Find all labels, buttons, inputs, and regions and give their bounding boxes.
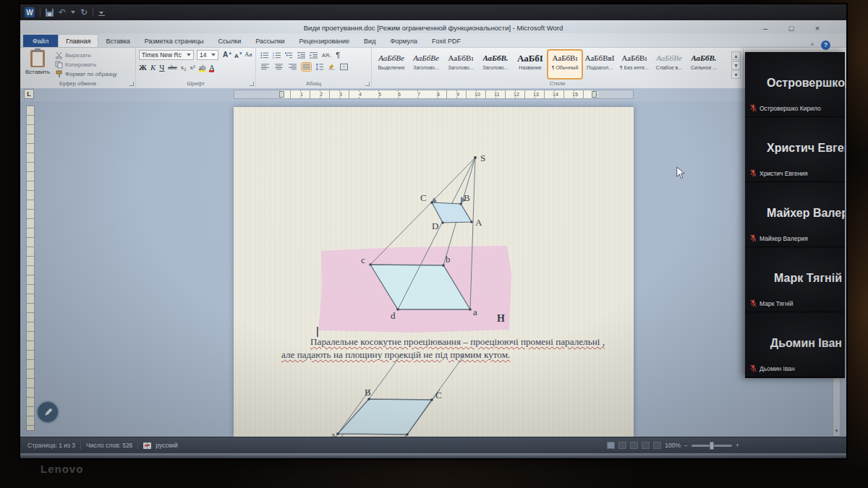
style-card-selected[interactable]: АаБбВı¶ Обычный bbox=[548, 51, 582, 78]
sort-icon[interactable]: АЯ↓ bbox=[322, 53, 331, 58]
tab-file[interactable]: Файл bbox=[23, 35, 58, 47]
view-draft-button[interactable] bbox=[653, 442, 661, 449]
tab-stop-selector[interactable]: L bbox=[24, 89, 34, 99]
tab-review[interactable]: Рецензирование bbox=[292, 35, 357, 47]
cut-button[interactable]: Вырезать bbox=[55, 51, 117, 60]
minimize-button[interactable]: – bbox=[758, 23, 773, 35]
page-indicator[interactable]: Страница: 1 из 3 bbox=[27, 442, 75, 449]
word-count[interactable]: Число слов: 526 bbox=[86, 442, 132, 449]
multilevel-list-icon[interactable] bbox=[285, 51, 293, 59]
superscript-button[interactable]: x² bbox=[190, 64, 195, 71]
view-fullscreen-button[interactable] bbox=[618, 442, 626, 449]
shading-icon[interactable] bbox=[328, 63, 336, 71]
horizontal-ruler[interactable]: 1 2 3 4 5 6 7 8 9 10 11 12 13 14 15 16 bbox=[234, 90, 634, 99]
tab-mailings[interactable]: Рассылки bbox=[248, 35, 292, 47]
collapse-ribbon-icon[interactable]: ^ bbox=[811, 42, 814, 49]
paste-button[interactable]: Вставить bbox=[22, 50, 53, 83]
annotation-pencil-button[interactable] bbox=[36, 401, 59, 424]
tab-home[interactable]: Главная bbox=[58, 34, 98, 47]
participant-tile[interactable]: Майхер Валерия Майхер Валерия bbox=[745, 182, 845, 247]
tab-foxit-pdf[interactable]: Foxit PDF bbox=[425, 35, 468, 47]
participant-tile[interactable]: Христич Евгения Христич Евгения bbox=[745, 117, 845, 182]
style-card[interactable]: АаБбВеСлабое в... bbox=[652, 51, 686, 78]
save-icon[interactable] bbox=[46, 9, 54, 17]
highlight-color-button[interactable]: ab bbox=[199, 64, 205, 72]
tab-formula[interactable]: Формула bbox=[383, 35, 425, 47]
subscript-button[interactable]: x₂ bbox=[181, 64, 187, 71]
participant-tile[interactable]: Островершко Кирило Островершко Кирило bbox=[745, 52, 845, 117]
style-card[interactable]: АаБбІНазвание bbox=[514, 51, 547, 78]
font-name-select[interactable]: Times New Rc bbox=[139, 50, 194, 60]
document-page[interactable]: S C B A D c b a d H bbox=[234, 107, 634, 437]
underline-button[interactable]: Ч bbox=[159, 63, 164, 72]
align-center-icon[interactable] bbox=[274, 63, 284, 71]
style-card[interactable]: АаБбВı¶ Без инте... bbox=[618, 51, 651, 78]
numbering-icon[interactable] bbox=[273, 51, 281, 59]
strikethrough-button[interactable]: abc bbox=[168, 64, 177, 71]
participant-tile[interactable]: Марк Тягній Марк Тягній bbox=[745, 247, 845, 312]
participant-tile[interactable]: Дьомин Іван Дьомин Іван bbox=[745, 312, 845, 377]
redo-icon[interactable]: ↻ bbox=[80, 8, 88, 17]
restore-button[interactable]: □ bbox=[784, 23, 799, 35]
format-painter-button[interactable]: Формат по образцу bbox=[55, 69, 117, 79]
undo-dropdown-icon[interactable] bbox=[71, 11, 75, 14]
increase-indent-icon[interactable] bbox=[310, 51, 318, 59]
view-web-button[interactable] bbox=[630, 442, 638, 449]
style-card[interactable]: АаБбВ.Заголово... bbox=[479, 51, 512, 78]
zoom-in-icon[interactable]: + bbox=[736, 442, 739, 449]
spellcheck-icon[interactable] bbox=[143, 442, 151, 449]
indent-marker[interactable] bbox=[279, 91, 284, 98]
dialog-launcher-icon[interactable] bbox=[129, 82, 134, 86]
font-color-button[interactable]: А bbox=[209, 64, 214, 72]
tab-view[interactable]: Вид bbox=[357, 35, 383, 47]
vertical-ruler[interactable] bbox=[26, 106, 35, 431]
dialog-launcher-icon[interactable] bbox=[365, 82, 370, 86]
style-card[interactable]: АаБбВвІПодзагол... bbox=[583, 51, 616, 78]
bold-button[interactable]: Ж bbox=[139, 63, 147, 72]
language-indicator[interactable]: русский bbox=[156, 442, 178, 449]
pilcrow-icon[interactable]: ¶ bbox=[336, 51, 340, 59]
style-card[interactable]: АаБбВ.Сильное ... bbox=[687, 51, 720, 78]
style-card[interactable]: АаБбВеВыделение bbox=[375, 51, 408, 78]
italic-button[interactable]: К bbox=[150, 63, 156, 72]
customize-qat-icon[interactable] bbox=[98, 9, 105, 16]
zoom-slider-thumb[interactable] bbox=[710, 442, 714, 450]
copy-button[interactable]: Копировать bbox=[55, 60, 117, 69]
view-outline-button[interactable] bbox=[642, 442, 650, 449]
bullets-icon[interactable] bbox=[260, 51, 268, 59]
group-label: Абзац bbox=[256, 80, 371, 87]
paragraph[interactable]: Паралельне косокутне проеціювання – прое… bbox=[281, 335, 620, 361]
style-card[interactable]: АаБбВıЗаголово... bbox=[444, 51, 477, 78]
grow-font-button[interactable]: А▲ bbox=[223, 51, 232, 59]
styles-scrollbar[interactable]: ▲ ▼ ▼ bbox=[731, 51, 741, 80]
close-button[interactable]: × bbox=[810, 23, 825, 35]
video-call-sidebar: Островершко Кирило Островершко Кирило Хр… bbox=[745, 52, 845, 378]
align-right-icon[interactable] bbox=[288, 63, 297, 71]
shrink-font-button[interactable]: А▼ bbox=[234, 51, 243, 59]
zoom-level[interactable]: 100% bbox=[665, 442, 681, 449]
view-print-layout-button[interactable] bbox=[607, 442, 615, 449]
borders-icon[interactable] bbox=[340, 63, 348, 71]
zoom-slider[interactable] bbox=[692, 445, 732, 447]
help-button[interactable]: ? bbox=[821, 40, 830, 50]
line-spacing-icon[interactable] bbox=[315, 63, 323, 71]
decrease-indent-icon[interactable] bbox=[297, 51, 305, 59]
dialog-launcher-icon[interactable] bbox=[250, 82, 254, 86]
document-area: S C B A D c b a d H bbox=[20, 101, 846, 437]
right-indent-marker[interactable] bbox=[592, 91, 597, 98]
tab-references[interactable]: Ссылки bbox=[211, 35, 249, 47]
justify-icon[interactable] bbox=[302, 63, 311, 71]
zoom-out-icon[interactable]: − bbox=[684, 442, 688, 449]
tab-insert[interactable]: Вставка bbox=[98, 35, 137, 47]
word-app-icon[interactable]: W bbox=[25, 7, 35, 17]
mouse-cursor bbox=[676, 166, 686, 179]
label-A: A bbox=[475, 217, 482, 228]
tab-page-layout[interactable]: Разметка страницы bbox=[137, 35, 211, 47]
undo-icon[interactable]: ↶ bbox=[59, 8, 66, 17]
style-card[interactable]: АаБбВеЗаголово... bbox=[409, 51, 443, 78]
change-case-button[interactable]: Аа bbox=[244, 51, 252, 58]
font-size-select[interactable]: 14 bbox=[197, 50, 218, 60]
participant-name-large: Островершко Кирило bbox=[745, 77, 845, 90]
align-left-icon[interactable] bbox=[260, 63, 270, 71]
scroll-down-icon[interactable]: ▼ bbox=[833, 427, 840, 435]
